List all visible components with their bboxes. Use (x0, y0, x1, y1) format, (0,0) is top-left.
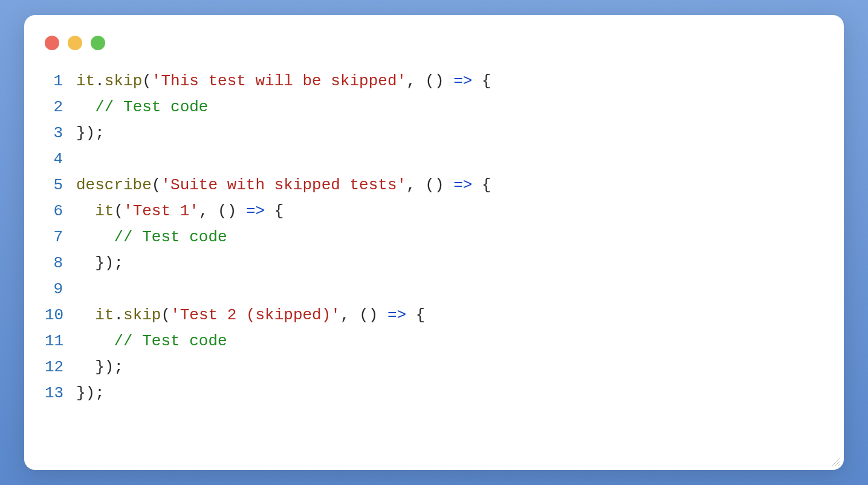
code-token (76, 306, 95, 324)
code-token (76, 332, 114, 350)
code-content[interactable] (76, 146, 823, 172)
code-line[interactable]: 9 (45, 276, 823, 302)
code-content[interactable]: }); (76, 250, 823, 276)
line-number: 7 (45, 224, 76, 250)
code-token: { (472, 72, 491, 90)
code-token: 'Suite with skipped tests' (161, 176, 406, 194)
line-number: 12 (45, 354, 76, 380)
code-token: skip (123, 306, 161, 324)
code-line[interactable]: 4 (45, 146, 823, 172)
code-token: => (453, 176, 472, 194)
code-token: 'Test 1' (123, 202, 199, 220)
code-content[interactable]: // Test code (76, 224, 823, 250)
code-token: }); (76, 124, 105, 142)
code-token (76, 98, 95, 116)
code-token (76, 202, 95, 220)
line-number: 1 (45, 68, 76, 94)
line-number: 8 (45, 250, 76, 276)
line-number: 13 (45, 380, 76, 406)
code-line[interactable]: 12 }); (45, 354, 823, 380)
line-number: 4 (45, 146, 76, 172)
code-content[interactable]: }); (76, 380, 823, 406)
code-line[interactable]: 2 // Test code (45, 94, 823, 120)
line-number: 9 (45, 276, 76, 302)
line-number: 5 (45, 172, 76, 198)
code-content[interactable]: // Test code (76, 328, 823, 354)
resize-handle-icon[interactable] (831, 457, 840, 466)
code-line[interactable]: 8 }); (45, 250, 823, 276)
code-line[interactable]: 1it.skip('This test will be skipped', ()… (45, 68, 823, 94)
code-token: { (406, 306, 425, 324)
code-token: . (95, 72, 105, 90)
code-token: => (453, 72, 472, 90)
code-line[interactable]: 3}); (45, 120, 823, 146)
line-number: 11 (45, 328, 76, 354)
code-token: , () (340, 306, 387, 324)
code-content[interactable]: describe('Suite with skipped tests', () … (76, 172, 823, 198)
code-token: it (76, 72, 95, 90)
code-content[interactable] (76, 276, 823, 302)
line-number: 10 (45, 302, 76, 328)
code-token: skip (105, 72, 142, 90)
code-token: { (265, 202, 283, 220)
code-line[interactable]: 11 // Test code (45, 328, 823, 354)
code-content[interactable]: it.skip('This test will be skipped', () … (76, 68, 823, 94)
code-token: it (95, 306, 114, 324)
code-token: // Test code (114, 332, 227, 350)
svg-line-0 (832, 458, 840, 466)
window-zoom-button[interactable] (91, 36, 105, 50)
code-token (76, 228, 114, 246)
code-token: , () (199, 202, 246, 220)
code-token: 'This test will be skipped' (152, 72, 406, 90)
code-line[interactable]: 7 // Test code (45, 224, 823, 250)
code-token: it (95, 202, 114, 220)
code-line[interactable]: 6 it('Test 1', () => { (45, 198, 823, 224)
code-token: // Test code (114, 228, 227, 246)
code-token: 'Test 2 (skipped)' (170, 306, 340, 324)
code-token: // Test code (95, 98, 208, 116)
editor-window: 1it.skip('This test will be skipped', ()… (24, 15, 844, 470)
code-token: }); (76, 358, 123, 376)
code-line[interactable]: 13}); (45, 380, 823, 406)
code-content[interactable]: }); (76, 120, 823, 146)
code-token: ( (161, 306, 170, 324)
code-token: => (246, 202, 265, 220)
line-number: 6 (45, 198, 76, 224)
code-content[interactable]: it.skip('Test 2 (skipped)', () => { (76, 302, 823, 328)
line-number: 2 (45, 94, 76, 120)
code-token: . (114, 306, 123, 324)
svg-line-2 (838, 464, 840, 466)
window-close-button[interactable] (45, 36, 59, 50)
code-token: ( (152, 176, 161, 194)
code-line[interactable]: 5describe('Suite with skipped tests', ()… (45, 172, 823, 198)
code-token: describe (76, 176, 152, 194)
code-content[interactable]: it('Test 1', () => { (76, 198, 823, 224)
code-line[interactable]: 10 it.skip('Test 2 (skipped)', () => { (45, 302, 823, 328)
code-token: }); (76, 254, 123, 272)
code-token: }); (76, 384, 105, 402)
code-editor[interactable]: 1it.skip('This test will be skipped', ()… (45, 68, 823, 455)
line-number: 3 (45, 120, 76, 146)
code-token: { (472, 176, 491, 194)
code-token: ( (142, 72, 152, 90)
code-content[interactable]: // Test code (76, 94, 823, 120)
code-token: => (387, 306, 406, 324)
window-minimize-button[interactable] (68, 36, 82, 50)
code-token: ( (114, 202, 123, 220)
code-token: , () (406, 176, 453, 194)
code-content[interactable]: }); (76, 354, 823, 380)
code-token: , () (406, 72, 453, 90)
window-titlebar (45, 33, 823, 68)
